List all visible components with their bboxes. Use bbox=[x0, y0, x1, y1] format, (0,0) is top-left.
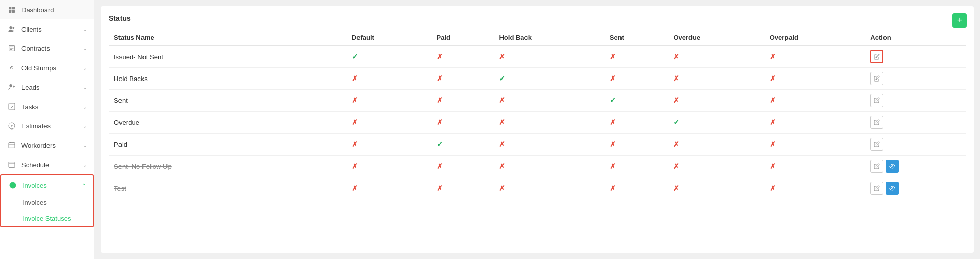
table-row: Paid✗✓✗✗✗✗ bbox=[109, 134, 966, 156]
edit-button[interactable] bbox=[870, 116, 883, 129]
sidebar-item-clients[interactable]: Clients ⌄ bbox=[0, 19, 94, 39]
cross-icon: ✗ bbox=[673, 162, 679, 170]
cross-icon: ✗ bbox=[352, 162, 358, 170]
cross-icon: ✗ bbox=[437, 162, 443, 170]
table-row: Hold Backs✗✗✓✗✗✗ bbox=[109, 68, 966, 90]
sidebar-item-schedule[interactable]: Schedule ⌄ bbox=[0, 155, 94, 174]
status-name-text: Sent bbox=[114, 97, 128, 105]
edit-button[interactable] bbox=[870, 94, 883, 107]
cross-icon: ✗ bbox=[610, 53, 616, 61]
cross-icon: ✗ bbox=[352, 74, 358, 83]
action-cell bbox=[865, 46, 966, 68]
tasks-chevron-icon: ⌄ bbox=[83, 104, 87, 110]
contracts-chevron-icon: ⌄ bbox=[83, 46, 87, 51]
cross-icon: ✗ bbox=[352, 184, 358, 192]
eye-button[interactable] bbox=[886, 160, 899, 173]
eye-button[interactable] bbox=[886, 182, 899, 195]
sidebar-label-estimates: Estimates bbox=[21, 122, 78, 130]
cross-icon: ✗ bbox=[770, 184, 776, 192]
table-row: Sent- No Follow Up✗✗✗✗✗✗ bbox=[109, 156, 966, 177]
cross-icon: ✗ bbox=[437, 184, 443, 192]
schedule-chevron-icon: ⌄ bbox=[83, 162, 87, 168]
cross-icon: ✗ bbox=[673, 74, 679, 83]
sidebar-item-dashboard[interactable]: Dashboard bbox=[0, 0, 94, 19]
sidebar-label-leads: Leads bbox=[21, 84, 78, 91]
workorders-icon bbox=[7, 141, 16, 150]
old-stumps-chevron-icon: ⌄ bbox=[83, 65, 87, 71]
edit-button[interactable] bbox=[870, 50, 883, 63]
sidebar-item-contracts[interactable]: Contracts ⌄ bbox=[0, 39, 94, 58]
col-action: Action bbox=[865, 30, 966, 46]
table-row: Sent✗✗✗✓✗✗ bbox=[109, 90, 966, 112]
svg-point-5 bbox=[12, 27, 14, 29]
sidebar-item-old-stumps[interactable]: Old Stumps ⌄ bbox=[0, 58, 94, 77]
status-name-text: Paid bbox=[114, 141, 127, 148]
sidebar-label-tasks: Tasks bbox=[21, 103, 78, 111]
sidebar-label-schedule: Schedule bbox=[21, 161, 78, 169]
dashboard-icon bbox=[7, 5, 16, 14]
svg-rect-2 bbox=[9, 10, 11, 13]
sidebar-item-tasks[interactable]: Tasks ⌄ bbox=[0, 97, 94, 116]
svg-point-10 bbox=[11, 67, 12, 68]
cross-icon: ✗ bbox=[499, 53, 505, 61]
sidebar-sub-item-invoice-statuses[interactable]: Invoice Statuses bbox=[1, 211, 93, 226]
edit-button[interactable] bbox=[870, 182, 883, 195]
edit-button[interactable] bbox=[870, 160, 883, 173]
svg-rect-3 bbox=[12, 10, 15, 13]
cross-icon: ✗ bbox=[437, 53, 443, 61]
status-table: Status Name Default Paid Hold Back Sent … bbox=[109, 30, 966, 199]
sidebar-label-invoices: Invoices bbox=[22, 182, 77, 189]
svg-point-28 bbox=[892, 188, 893, 189]
check-icon: ✓ bbox=[352, 52, 358, 61]
old-stumps-icon bbox=[7, 63, 16, 72]
clients-icon bbox=[7, 24, 16, 34]
cross-icon: ✗ bbox=[770, 53, 776, 61]
tasks-icon bbox=[7, 102, 16, 111]
action-cell bbox=[865, 90, 966, 112]
svg-rect-1 bbox=[12, 7, 15, 9]
sidebar-label-old-stumps: Old Stumps bbox=[21, 64, 78, 72]
sidebar-item-workorders[interactable]: Workorders ⌄ bbox=[0, 136, 94, 155]
check-icon: ✓ bbox=[437, 140, 443, 148]
sidebar-label-workorders: Workorders bbox=[21, 142, 78, 149]
cross-icon: ✗ bbox=[352, 118, 358, 126]
status-name-text: Hold Backs bbox=[114, 75, 148, 83]
contracts-icon bbox=[7, 44, 16, 53]
sidebar-label-dashboard: Dashboard bbox=[21, 6, 87, 14]
table-header-row: Status Name Default Paid Hold Back Sent … bbox=[109, 30, 966, 46]
cross-icon: ✗ bbox=[673, 53, 679, 61]
sidebar-sub-label-invoice-statuses: Invoice Statuses bbox=[22, 215, 71, 222]
sidebar-item-invoices[interactable]: Invoices ⌃ bbox=[1, 175, 93, 195]
status-name-text: Overdue bbox=[114, 119, 139, 126]
cross-icon: ✗ bbox=[673, 184, 679, 192]
action-cell bbox=[865, 112, 966, 134]
table-row: Overdue✗✗✗✗✓✗ bbox=[109, 112, 966, 134]
cross-icon: ✗ bbox=[437, 118, 443, 126]
svg-rect-0 bbox=[9, 7, 11, 9]
cross-icon: ✗ bbox=[770, 118, 776, 126]
action-cell bbox=[865, 177, 966, 199]
edit-button[interactable] bbox=[870, 72, 883, 85]
estimates-icon bbox=[7, 121, 16, 131]
sidebar-item-leads[interactable]: Leads ⌄ bbox=[0, 77, 94, 97]
check-icon: ✓ bbox=[610, 96, 616, 105]
status-name-text: Sent- No Follow Up bbox=[114, 163, 172, 170]
col-sent: Sent bbox=[605, 30, 668, 46]
svg-rect-22 bbox=[9, 162, 15, 168]
cross-icon: ✗ bbox=[437, 74, 443, 83]
content-area: Status + Status Name Default Paid Hold B… bbox=[101, 6, 974, 253]
add-button[interactable]: + bbox=[952, 13, 967, 28]
sidebar-item-estimates[interactable]: Estimates ⌄ bbox=[0, 116, 94, 136]
edit-button[interactable] bbox=[870, 138, 883, 151]
action-cell bbox=[865, 68, 966, 90]
cross-icon: ✗ bbox=[610, 162, 616, 170]
table-row: Issued- Not Sent✓✗✗✗✗✗ bbox=[109, 46, 966, 68]
sidebar-sub-item-invoices[interactable]: Invoices bbox=[1, 195, 93, 211]
workorders-chevron-icon: ⌄ bbox=[83, 143, 87, 148]
cross-icon: ✗ bbox=[770, 96, 776, 105]
estimates-chevron-icon: ⌄ bbox=[83, 123, 87, 129]
sidebar: Dashboard Clients ⌄ Contracts ⌄ Old Stum… bbox=[0, 0, 94, 259]
sidebar-label-contracts: Contracts bbox=[21, 45, 78, 53]
section-title: Status bbox=[109, 14, 966, 22]
cross-icon: ✗ bbox=[610, 184, 616, 192]
